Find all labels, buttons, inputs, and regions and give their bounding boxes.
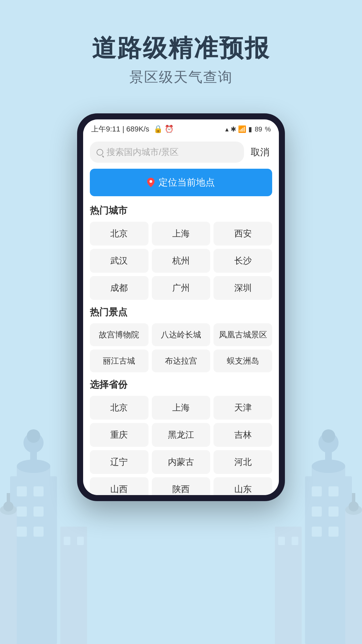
provinces-title: 选择省份: [90, 378, 272, 391]
svg-rect-18: [77, 537, 84, 545]
svg-rect-19: [305, 476, 352, 644]
hot-city-item[interactable]: 杭州: [152, 249, 210, 273]
location-button[interactable]: 定位当前地点: [90, 169, 272, 196]
app-content: 搜索国内城市/景区 取消 定位当前地点 热门城市 北京上海西安武汉杭州长沙成都广…: [83, 138, 279, 495]
svg-rect-36: [278, 537, 285, 545]
hot-scenic-item[interactable]: 布达拉宫: [152, 350, 210, 372]
province-item[interactable]: 北京: [90, 396, 148, 420]
hot-cities-grid: 北京上海西安武汉杭州长沙成都广州深圳: [90, 222, 272, 300]
header-section: 道路级精准预报 景区级天气查询: [0, 0, 362, 87]
hot-city-item[interactable]: 广州: [152, 276, 210, 300]
province-item[interactable]: 河北: [214, 450, 272, 474]
province-item[interactable]: 山西: [90, 477, 148, 495]
hot-city-item[interactable]: 上海: [152, 222, 210, 246]
svg-rect-9: [34, 506, 44, 517]
province-item[interactable]: 山东: [214, 477, 272, 495]
status-time-network: 上午9:11 | 689K/s 🔒 ⏰: [91, 124, 174, 134]
hot-city-item[interactable]: 武汉: [90, 249, 148, 273]
hot-city-item[interactable]: 长沙: [214, 249, 272, 273]
location-pin-icon: [147, 178, 155, 187]
province-item[interactable]: 辽宁: [90, 450, 148, 474]
svg-point-38: [149, 180, 152, 183]
phone-mockup: 上午9:11 | 689K/s 🔒 ⏰ ▴ ✱ 📶 ▮ 89% 搜索国内城市/景…: [0, 113, 362, 501]
province-item[interactable]: 内蒙古: [152, 450, 210, 474]
svg-rect-28: [328, 506, 339, 517]
hot-scenics-grid: 故宫博物院八达岭长城凤凰古城景区丽江古城布达拉宫蜈支洲岛: [90, 323, 272, 372]
hot-city-item[interactable]: 深圳: [214, 276, 272, 300]
location-btn-label: 定位当前地点: [159, 176, 215, 189]
main-title: 道路级精准预报: [0, 34, 362, 62]
phone-frame: 上午9:11 | 689K/s 🔒 ⏰ ▴ ✱ 📶 ▮ 89% 搜索国内城市/景…: [77, 113, 285, 501]
hot-cities-title: 热门城市: [90, 204, 272, 217]
search-row: 搜索国内城市/景区 取消: [90, 142, 272, 163]
svg-rect-11: [34, 527, 44, 537]
hot-scenics-title: 热门景点: [90, 306, 272, 319]
svg-rect-30: [328, 527, 339, 537]
province-item[interactable]: 黑龙江: [152, 423, 210, 447]
svg-rect-10: [17, 527, 27, 537]
province-item[interactable]: 天津: [214, 396, 272, 420]
status-icons: ▴ ✱ 📶 ▮ 89%: [225, 125, 271, 133]
sub-title: 景区级天气查询: [0, 68, 362, 87]
search-placeholder-text: 搜索国内城市/景区: [107, 146, 179, 158]
svg-rect-29: [312, 527, 322, 537]
search-icon: [97, 149, 103, 156]
svg-rect-12: [0, 510, 17, 644]
province-item[interactable]: 重庆: [90, 423, 148, 447]
hot-scenic-item[interactable]: 蜈支洲岛: [214, 350, 272, 372]
svg-rect-8: [17, 506, 27, 517]
svg-rect-17: [64, 537, 70, 545]
svg-rect-0: [10, 476, 57, 644]
hot-city-item[interactable]: 西安: [214, 222, 272, 246]
provinces-grid: 北京上海天津重庆黑龙江吉林辽宁内蒙古河北山西陕西山东新疆西藏青海: [90, 396, 272, 495]
svg-rect-27: [312, 506, 322, 517]
search-box[interactable]: 搜索国内城市/景区: [90, 142, 244, 163]
svg-rect-37: [292, 537, 298, 545]
hot-scenic-item[interactable]: 故宫博物院: [90, 323, 148, 346]
phone-screen: 上午9:11 | 689K/s 🔒 ⏰ ▴ ✱ 📶 ▮ 89% 搜索国内城市/景…: [83, 119, 279, 495]
hot-city-item[interactable]: 成都: [90, 276, 148, 300]
province-item[interactable]: 陕西: [152, 477, 210, 495]
status-bar: 上午9:11 | 689K/s 🔒 ⏰ ▴ ✱ 📶 ▮ 89%: [83, 119, 279, 138]
hot-scenic-item[interactable]: 八达岭长城: [152, 323, 210, 346]
svg-rect-31: [345, 510, 362, 644]
province-item[interactable]: 上海: [152, 396, 210, 420]
hot-scenic-item[interactable]: 丽江古城: [90, 350, 148, 372]
cancel-button[interactable]: 取消: [248, 143, 272, 161]
hot-scenic-item[interactable]: 凤凰古城景区: [214, 323, 272, 346]
hot-city-item[interactable]: 北京: [90, 222, 148, 246]
province-item[interactable]: 吉林: [214, 423, 272, 447]
